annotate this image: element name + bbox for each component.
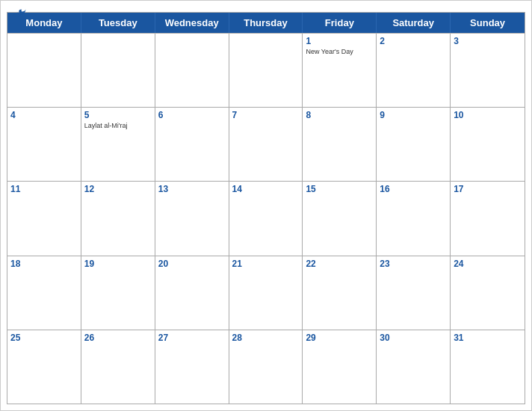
day-cell-8: 8 — [303, 108, 377, 181]
day-cell-29: 29 — [303, 330, 377, 404]
day-number: 23 — [380, 259, 447, 269]
logo-blue-text — [12, 7, 28, 19]
calendar-grid: MondayTuesdayWednesdayThursdayFridaySatu… — [7, 12, 525, 404]
day-number: 22 — [306, 259, 373, 269]
day-cell-9: 9 — [377, 108, 451, 181]
day-cell-empty-1 — [81, 34, 155, 107]
day-number: 3 — [454, 36, 522, 46]
day-cell-17: 17 — [451, 182, 525, 255]
day-cell-14: 14 — [229, 182, 303, 255]
day-cell-11: 11 — [7, 182, 81, 255]
week-row-5: 25262728293031 — [7, 330, 525, 404]
day-cell-2: 2 — [377, 34, 451, 107]
day-cell-25: 25 — [7, 330, 81, 404]
day-number: 31 — [454, 333, 522, 343]
day-number: 9 — [380, 110, 447, 120]
day-number: 19 — [84, 259, 152, 269]
calendar-header — [1, 1, 531, 12]
day-cell-19: 19 — [81, 256, 155, 330]
day-cell-16: 16 — [377, 182, 451, 255]
day-number: 24 — [454, 259, 522, 269]
day-cell-26: 26 — [81, 330, 155, 404]
day-cell-6: 6 — [155, 108, 229, 181]
holiday-label: Laylat al-Mi'raj — [84, 122, 152, 130]
day-number: 28 — [232, 333, 300, 343]
day-cell-18: 18 — [7, 256, 81, 330]
day-cell-28: 28 — [229, 330, 303, 404]
day-cell-3: 3 — [451, 34, 525, 107]
day-cell-12: 12 — [81, 182, 155, 255]
day-cell-15: 15 — [303, 182, 377, 255]
week-row-1: 1New Year's Day23 — [7, 33, 525, 107]
day-cell-1: 1New Year's Day — [303, 34, 377, 107]
calendar-container: MondayTuesdayWednesdayThursdayFridaySatu… — [0, 0, 532, 411]
day-number: 17 — [454, 184, 522, 194]
logo — [12, 7, 28, 19]
day-cell-4: 4 — [7, 108, 81, 181]
weeks-container: 1New Year's Day2345Laylat al-Mi'raj67891… — [7, 33, 525, 404]
day-header-friday: Friday — [303, 13, 377, 33]
week-row-4: 18192021222324 — [7, 256, 525, 330]
day-number: 2 — [380, 36, 447, 46]
day-header-wednesday: Wednesday — [155, 13, 229, 33]
day-number: 10 — [454, 110, 522, 120]
day-number: 13 — [158, 184, 226, 194]
day-cell-20: 20 — [155, 256, 229, 330]
day-number: 11 — [10, 184, 78, 194]
day-number: 18 — [10, 259, 78, 269]
logo-bird-icon — [12, 7, 27, 19]
day-number: 30 — [380, 333, 447, 343]
day-cell-27: 27 — [155, 330, 229, 404]
day-cell-13: 13 — [155, 182, 229, 255]
day-number: 1 — [306, 36, 373, 46]
day-cell-empty-0 — [7, 34, 81, 107]
day-number: 7 — [232, 110, 300, 120]
day-header-sunday: Sunday — [451, 13, 525, 33]
day-number: 26 — [84, 333, 152, 343]
day-cell-7: 7 — [229, 108, 303, 181]
day-number: 25 — [10, 333, 78, 343]
day-header-tuesday: Tuesday — [81, 13, 155, 33]
day-cell-30: 30 — [377, 330, 451, 404]
day-cell-21: 21 — [229, 256, 303, 330]
day-number: 5 — [84, 110, 152, 120]
day-number: 14 — [232, 184, 300, 194]
day-number: 12 — [84, 184, 152, 194]
day-cell-empty-3 — [229, 34, 303, 107]
day-header-thursday: Thursday — [229, 13, 303, 33]
day-cell-23: 23 — [377, 256, 451, 330]
week-row-2: 45Laylat al-Mi'raj678910 — [7, 107, 525, 181]
week-row-3: 11121314151617 — [7, 181, 525, 255]
day-number: 16 — [380, 184, 447, 194]
day-number: 8 — [306, 110, 373, 120]
day-number: 29 — [306, 333, 373, 343]
day-number: 27 — [158, 333, 226, 343]
day-number: 4 — [10, 110, 78, 120]
day-cell-5: 5Laylat al-Mi'raj — [81, 108, 155, 181]
day-number: 21 — [232, 259, 300, 269]
day-cell-empty-2 — [155, 34, 229, 107]
holiday-label: New Year's Day — [306, 48, 373, 56]
day-number: 20 — [158, 259, 226, 269]
day-cell-10: 10 — [451, 108, 525, 181]
day-number: 15 — [306, 184, 373, 194]
day-header-saturday: Saturday — [377, 13, 451, 33]
day-cell-22: 22 — [303, 256, 377, 330]
day-headers-row: MondayTuesdayWednesdayThursdayFridaySatu… — [7, 13, 525, 33]
day-cell-24: 24 — [451, 256, 525, 330]
day-cell-31: 31 — [451, 330, 525, 404]
day-number: 6 — [158, 110, 226, 120]
